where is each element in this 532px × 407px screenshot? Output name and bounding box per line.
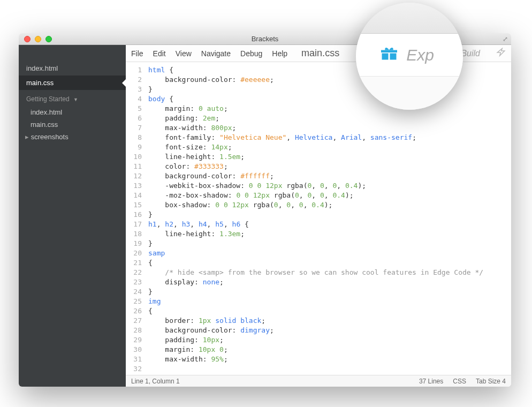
svg-rect-1: [390, 53, 397, 59]
working-file[interactable]: main.css: [19, 76, 126, 90]
project-header[interactable]: Getting Started ▼: [19, 90, 126, 106]
code-editor[interactable]: 1234567891011121314151617181920212223242…: [126, 62, 511, 375]
language-mode[interactable]: CSS: [453, 378, 466, 385]
line-gutter: 1234567891011121314151617181920212223242…: [126, 62, 145, 375]
svg-rect-0: [382, 53, 389, 59]
magnifier-row: Exp: [356, 34, 463, 77]
magnifier-callout: Exp: [356, 3, 463, 110]
svg-rect-2: [381, 50, 397, 52]
menu-edit[interactable]: Edit: [153, 49, 166, 58]
gift-icon[interactable]: [379, 44, 399, 66]
tree-folder[interactable]: screenshots: [19, 131, 126, 143]
tree-file[interactable]: main.css: [19, 118, 126, 131]
live-preview-icon[interactable]: [496, 48, 506, 59]
line-count: 37 Lines: [419, 378, 443, 385]
menu-debug[interactable]: Debug: [240, 49, 262, 58]
fullscreen-icon[interactable]: ⤢: [503, 35, 508, 43]
magnifier-label: Exp: [406, 46, 434, 64]
working-file[interactable]: index.html: [19, 61, 126, 76]
tree-file[interactable]: index.html: [19, 106, 126, 118]
sidebar: index.htmlmain.cssGetting Started ▼index…: [19, 45, 126, 387]
menu-help[interactable]: Help: [272, 49, 287, 58]
menu-file[interactable]: File: [131, 49, 143, 58]
cursor-position[interactable]: Line 1, Column 1: [131, 378, 180, 385]
tab-size[interactable]: Tab Size 4: [476, 378, 506, 385]
editor-pane: FileEditViewNavigateDebugHelpmain.csstal…: [126, 45, 511, 387]
code-content[interactable]: html { background-color: #eeeeee;}body {…: [145, 62, 511, 375]
current-file-label: main.css: [301, 48, 339, 59]
menu-navigate[interactable]: Navigate: [201, 49, 231, 58]
statusbar: Line 1, Column 1 37 Lines CSS Tab Size 4: [126, 375, 511, 387]
magnifier-header: [356, 3, 463, 34]
menu-view[interactable]: View: [176, 49, 192, 58]
